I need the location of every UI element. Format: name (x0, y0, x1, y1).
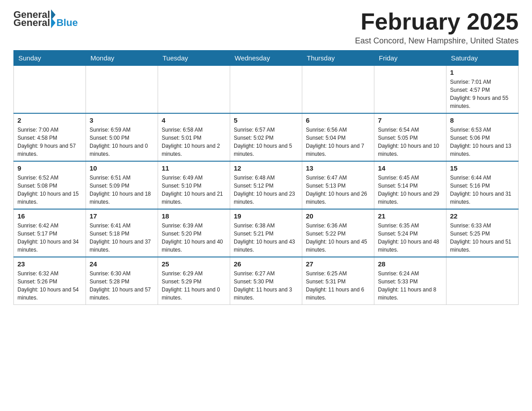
day-info: Sunrise: 6:24 AMSunset: 5:33 PMDaylight:… (378, 270, 442, 302)
day-info: Sunrise: 6:53 AMSunset: 5:06 PMDaylight:… (450, 126, 515, 158)
week-row: 9Sunrise: 6:52 AMSunset: 5:08 PMDaylight… (14, 161, 519, 209)
day-number: 10 (90, 164, 154, 172)
day-number: 5 (234, 116, 298, 124)
title-block: February 2025 East Concord, New Hampshir… (355, 9, 519, 46)
day-of-week-header: Monday (86, 51, 158, 66)
day-info: Sunrise: 6:38 AMSunset: 5:21 PMDaylight:… (234, 222, 298, 254)
day-info: Sunrise: 6:33 AMSunset: 5:25 PMDaylight:… (450, 222, 515, 254)
day-info: Sunrise: 7:00 AMSunset: 4:58 PMDaylight:… (17, 126, 82, 158)
calendar-cell (86, 66, 158, 114)
calendar-cell (14, 66, 86, 114)
day-info: Sunrise: 6:45 AMSunset: 5:14 PMDaylight:… (378, 174, 442, 206)
day-number: 24 (90, 260, 154, 268)
day-number: 8 (450, 116, 515, 124)
week-row: 2Sunrise: 7:00 AMSunset: 4:58 PMDaylight… (14, 113, 519, 161)
calendar-cell: 28Sunrise: 6:24 AMSunset: 5:33 PMDayligh… (374, 257, 446, 305)
calendar-cell: 27Sunrise: 6:25 AMSunset: 5:31 PMDayligh… (302, 257, 374, 305)
day-number: 12 (234, 164, 298, 172)
day-number: 2 (17, 116, 82, 124)
calendar-cell: 4Sunrise: 6:58 AMSunset: 5:01 PMDaylight… (158, 113, 230, 161)
calendar-cell: 13Sunrise: 6:47 AMSunset: 5:13 PMDayligh… (302, 161, 374, 209)
calendar-cell: 10Sunrise: 6:51 AMSunset: 5:09 PMDayligh… (86, 161, 158, 209)
week-row: 23Sunrise: 6:32 AMSunset: 5:26 PMDayligh… (14, 257, 519, 305)
day-of-week-header: Saturday (446, 51, 519, 66)
day-info: Sunrise: 6:47 AMSunset: 5:13 PMDaylight:… (306, 174, 370, 206)
calendar-cell: 6Sunrise: 6:56 AMSunset: 5:04 PMDaylight… (302, 113, 374, 161)
day-number: 13 (306, 164, 370, 172)
day-of-week-header: Wednesday (230, 51, 302, 66)
day-number: 26 (234, 260, 298, 268)
day-number: 17 (90, 212, 154, 220)
day-info: Sunrise: 6:35 AMSunset: 5:24 PMDaylight:… (378, 222, 442, 254)
calendar-cell: 22Sunrise: 6:33 AMSunset: 5:25 PMDayligh… (446, 209, 519, 257)
calendar-cell: 3Sunrise: 6:59 AMSunset: 5:00 PMDaylight… (86, 113, 158, 161)
day-info: Sunrise: 6:59 AMSunset: 5:00 PMDaylight:… (90, 126, 154, 158)
day-info: Sunrise: 6:51 AMSunset: 5:09 PMDaylight:… (90, 174, 154, 206)
day-number: 14 (378, 164, 442, 172)
day-info: Sunrise: 6:56 AMSunset: 5:04 PMDaylight:… (306, 126, 370, 158)
day-info: Sunrise: 6:48 AMSunset: 5:12 PMDaylight:… (234, 174, 298, 206)
calendar-cell (230, 66, 302, 114)
day-info: Sunrise: 6:42 AMSunset: 5:17 PMDaylight:… (17, 222, 82, 254)
page-header: General General Blue February 2025 East … (13, 9, 519, 46)
calendar-title: February 2025 (355, 9, 519, 34)
calendar-cell: 20Sunrise: 6:36 AMSunset: 5:22 PMDayligh… (302, 209, 374, 257)
day-number: 9 (17, 164, 82, 172)
day-info: Sunrise: 6:30 AMSunset: 5:28 PMDaylight:… (90, 270, 154, 302)
day-info: Sunrise: 6:27 AMSunset: 5:30 PMDaylight:… (234, 270, 298, 302)
calendar-cell: 19Sunrise: 6:38 AMSunset: 5:21 PMDayligh… (230, 209, 302, 257)
calendar-cell: 16Sunrise: 6:42 AMSunset: 5:17 PMDayligh… (14, 209, 86, 257)
week-row: 16Sunrise: 6:42 AMSunset: 5:17 PMDayligh… (14, 209, 519, 257)
day-info: Sunrise: 6:25 AMSunset: 5:31 PMDaylight:… (306, 270, 370, 302)
day-number: 16 (17, 212, 82, 220)
logo: General General Blue (13, 9, 78, 29)
day-number: 6 (306, 116, 370, 124)
logo-blue-text: Blue (56, 17, 78, 29)
calendar-cell: 26Sunrise: 6:27 AMSunset: 5:30 PMDayligh… (230, 257, 302, 305)
day-of-week-header: Tuesday (158, 51, 230, 66)
day-number: 7 (378, 116, 442, 124)
day-info: Sunrise: 6:29 AMSunset: 5:29 PMDaylight:… (162, 270, 226, 302)
day-info: Sunrise: 6:54 AMSunset: 5:05 PMDaylight:… (378, 126, 442, 158)
calendar-cell: 2Sunrise: 7:00 AMSunset: 4:58 PMDaylight… (14, 113, 86, 161)
calendar-cell: 17Sunrise: 6:41 AMSunset: 5:18 PMDayligh… (86, 209, 158, 257)
week-row: 1Sunrise: 7:01 AMSunset: 4:57 PMDaylight… (14, 66, 519, 114)
calendar-cell: 7Sunrise: 6:54 AMSunset: 5:05 PMDaylight… (374, 113, 446, 161)
day-info: Sunrise: 6:44 AMSunset: 5:16 PMDaylight:… (450, 174, 515, 206)
day-info: Sunrise: 6:52 AMSunset: 5:08 PMDaylight:… (17, 174, 82, 206)
day-number: 4 (162, 116, 226, 124)
day-number: 23 (17, 260, 82, 268)
day-info: Sunrise: 6:57 AMSunset: 5:02 PMDaylight:… (234, 126, 298, 158)
logo-arrow-icon2 (51, 17, 56, 28)
calendar-cell (302, 66, 374, 114)
day-info: Sunrise: 6:32 AMSunset: 5:26 PMDaylight:… (17, 270, 82, 302)
day-number: 21 (378, 212, 442, 220)
day-info: Sunrise: 6:49 AMSunset: 5:10 PMDaylight:… (162, 174, 226, 206)
calendar-cell: 23Sunrise: 6:32 AMSunset: 5:26 PMDayligh… (14, 257, 86, 305)
day-number: 15 (450, 164, 515, 172)
calendar-cell: 12Sunrise: 6:48 AMSunset: 5:12 PMDayligh… (230, 161, 302, 209)
day-info: Sunrise: 6:36 AMSunset: 5:22 PMDaylight:… (306, 222, 370, 254)
day-of-week-header: Thursday (302, 51, 374, 66)
calendar-cell: 11Sunrise: 6:49 AMSunset: 5:10 PMDayligh… (158, 161, 230, 209)
day-number: 28 (378, 260, 442, 268)
calendar-cell: 18Sunrise: 6:39 AMSunset: 5:20 PMDayligh… (158, 209, 230, 257)
calendar-cell: 9Sunrise: 6:52 AMSunset: 5:08 PMDaylight… (14, 161, 86, 209)
calendar-cell (446, 257, 519, 305)
calendar-cell (158, 66, 230, 114)
day-of-week-header: Sunday (14, 51, 86, 66)
calendar-subtitle: East Concord, New Hampshire, United Stat… (355, 36, 519, 46)
day-info: Sunrise: 6:39 AMSunset: 5:20 PMDaylight:… (162, 222, 226, 254)
day-number: 25 (162, 260, 226, 268)
calendar-header-row: SundayMondayTuesdayWednesdayThursdayFrid… (14, 51, 519, 66)
calendar-cell: 14Sunrise: 6:45 AMSunset: 5:14 PMDayligh… (374, 161, 446, 209)
calendar-cell: 24Sunrise: 6:30 AMSunset: 5:28 PMDayligh… (86, 257, 158, 305)
calendar-table: SundayMondayTuesdayWednesdayThursdayFrid… (13, 50, 519, 305)
day-number: 1 (450, 68, 515, 76)
day-number: 3 (90, 116, 154, 124)
day-number: 27 (306, 260, 370, 268)
logo-general-text2: General (13, 17, 50, 29)
calendar-cell: 8Sunrise: 6:53 AMSunset: 5:06 PMDaylight… (446, 113, 519, 161)
day-number: 20 (306, 212, 370, 220)
calendar-cell: 15Sunrise: 6:44 AMSunset: 5:16 PMDayligh… (446, 161, 519, 209)
